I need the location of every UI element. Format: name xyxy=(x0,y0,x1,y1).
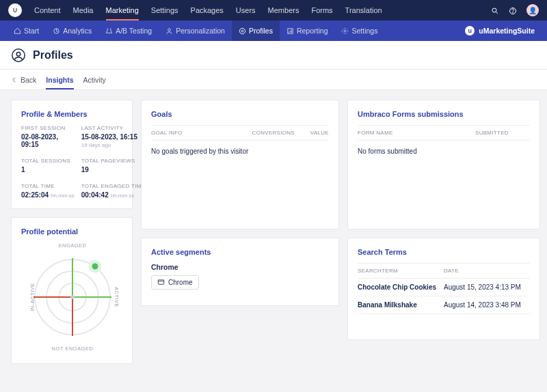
svg-point-10 xyxy=(12,48,25,61)
segment-chip[interactable]: Chrome xyxy=(151,275,199,290)
subnav-settings[interactable]: Settings xyxy=(334,20,384,41)
card-title: Umbraco Forms submissions xyxy=(358,110,530,118)
profile-members-card: Profile & Members FIRST SESSION02-08-202… xyxy=(11,100,133,209)
card-title: Goals xyxy=(151,110,329,118)
profile-potential-card: Profile potential ENGAGED NOT ENGAGED IN… xyxy=(11,217,133,364)
svg-point-0 xyxy=(492,8,496,12)
svg-rect-21 xyxy=(158,280,163,284)
subnav-abtesting[interactable]: A/B Testing xyxy=(98,20,159,41)
tab-bar: Back Insights Activity xyxy=(0,70,547,90)
stat-label: FIRST SESSION xyxy=(21,125,75,131)
nav-users[interactable]: Users xyxy=(236,1,256,20)
nav-translation[interactable]: Translation xyxy=(345,1,382,20)
brand-icon: u xyxy=(465,26,475,36)
table-row: Banana Milkshake August 14, 2023 3:48 PM xyxy=(358,296,530,314)
subnav-analytics[interactable]: Analytics xyxy=(46,20,98,41)
subnav-profiles[interactable]: Profiles xyxy=(232,20,280,41)
search-icon[interactable] xyxy=(491,5,499,14)
stat-label: TOTAL TIME xyxy=(21,183,75,189)
svg-point-11 xyxy=(16,52,21,56)
stat-value: 1 xyxy=(21,166,75,173)
stat-value: 00:04:42hh:mm:ss xyxy=(81,191,146,199)
stat-label: TOTAL ENGAGED TIME xyxy=(81,183,146,189)
arrow-left-icon xyxy=(11,76,18,83)
page-title: Profiles xyxy=(33,49,73,61)
active-segments-card: Active segments Chrome Chrome xyxy=(141,238,339,306)
svg-point-7 xyxy=(239,28,245,33)
stat-label: TOTAL PAGEVIEWS xyxy=(81,158,146,164)
stat-label: LAST ACTIVITY xyxy=(81,125,146,131)
card-title: Active segments xyxy=(151,248,329,256)
svg-point-6 xyxy=(241,30,243,32)
user-avatar[interactable]: 👤 xyxy=(526,4,539,16)
potential-chart-icon xyxy=(21,246,124,348)
stat-value: 02-08-2023, 09:15 xyxy=(21,133,75,148)
card-title: Profile potential xyxy=(21,227,122,236)
nav-packages[interactable]: Packages xyxy=(191,1,224,20)
browser-icon xyxy=(157,279,165,286)
stat-value: 15-08-2023, 16:15 xyxy=(81,133,146,141)
nav-members[interactable]: Members xyxy=(268,1,299,20)
stat-label: TOTAL SESSIONS xyxy=(21,158,75,164)
svg-point-19 xyxy=(70,295,75,299)
subnav-reporting[interactable]: Reporting xyxy=(280,20,335,41)
svg-point-5 xyxy=(168,28,171,31)
card-title: Profile & Members xyxy=(21,110,122,118)
sub-nav: Start Analytics A/B Testing Personalizat… xyxy=(0,20,547,41)
brand-label: u uMarketingSuite xyxy=(465,26,540,36)
segment-group: Chrome xyxy=(151,263,329,271)
tab-activity[interactable]: Activity xyxy=(83,71,106,89)
subnav-start[interactable]: Start xyxy=(7,20,46,41)
svg-line-1 xyxy=(496,12,498,14)
stat-subtext: 19 days ago xyxy=(81,142,146,148)
stat-value: 02:25:04hh:mm:ss xyxy=(21,191,75,199)
subnav-personalization[interactable]: Personalization xyxy=(159,20,232,41)
forms-card: Umbraco Forms submissions FORM NAME SUBM… xyxy=(347,100,540,229)
empty-message: No goals triggered by this visitor xyxy=(151,141,329,162)
top-nav: Content Media Marketing Settings Package… xyxy=(0,0,547,20)
table-header: FORM NAME SUBMITTED xyxy=(358,125,530,141)
empty-message: No forms submitted xyxy=(358,141,530,162)
svg-point-3 xyxy=(513,12,513,13)
table-header: GOAL INFO CONVERSIONS VALUE xyxy=(151,125,329,141)
table-row: Chocolate Chip Cookies August 15, 2023 4… xyxy=(358,279,530,296)
nav-content[interactable]: Content xyxy=(34,1,61,20)
svg-point-20 xyxy=(90,262,100,271)
table-header: SEARCHTERM DATE xyxy=(358,263,530,279)
nav-marketing[interactable]: Marketing xyxy=(106,1,139,20)
goals-card: Goals GOAL INFO CONVERSIONS VALUE No goa… xyxy=(141,100,339,229)
search-terms-card: Search Terms SEARCHTERM DATE Chocolate C… xyxy=(347,238,540,340)
svg-point-9 xyxy=(345,30,347,32)
help-icon[interactable] xyxy=(509,5,517,14)
profiles-icon xyxy=(11,48,26,63)
stat-value: 19 xyxy=(81,166,146,173)
nav-media[interactable]: Media xyxy=(73,1,94,20)
back-button[interactable]: Back xyxy=(11,76,36,84)
nav-settings[interactable]: Settings xyxy=(151,1,178,20)
tab-insights[interactable]: Insights xyxy=(46,71,73,89)
card-title: Search Terms xyxy=(358,248,530,256)
umbraco-logo-icon xyxy=(8,3,22,17)
nav-forms[interactable]: Forms xyxy=(311,1,332,20)
content-grid: Profile & Members FIRST SESSION02-08-202… xyxy=(0,90,547,374)
page-title-bar: Profiles xyxy=(0,41,547,70)
